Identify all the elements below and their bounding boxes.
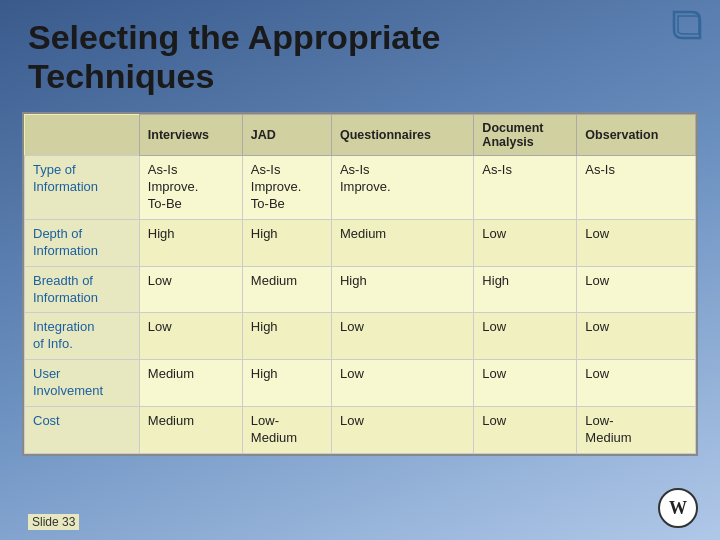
slide-number: Slide 33 bbox=[28, 514, 79, 530]
cell-breadth-jad: Medium bbox=[242, 266, 331, 313]
cell-integration-questionnaires: Low bbox=[331, 313, 473, 360]
logo-circle: W bbox=[658, 488, 698, 528]
title-line2: Techniques bbox=[28, 57, 214, 95]
cell-user-interviews: Medium bbox=[139, 360, 242, 407]
cell-user-jad: High bbox=[242, 360, 331, 407]
cell-breadth-interviews: Low bbox=[139, 266, 242, 313]
comparison-table-wrapper: Interviews JAD Questionnaires DocumentAn… bbox=[22, 112, 698, 456]
corner-ornament bbox=[672, 10, 702, 40]
col-header-document-analysis: DocumentAnalysis bbox=[474, 115, 577, 156]
col-header-empty bbox=[25, 115, 140, 156]
cell-breadth-questionnaires: High bbox=[331, 266, 473, 313]
cell-cost-interviews: Medium bbox=[139, 406, 242, 453]
table-row: Type ofInformation As-IsImprove.To-Be As… bbox=[25, 156, 696, 220]
cell-cost-document: Low bbox=[474, 406, 577, 453]
cell-depth-jad: High bbox=[242, 219, 331, 266]
cell-integration-observation: Low bbox=[577, 313, 696, 360]
cell-type-questionnaires: As-IsImprove. bbox=[331, 156, 473, 220]
table-row: Cost Medium Low-Medium Low Low Low-Mediu… bbox=[25, 406, 696, 453]
slide-container: Selecting the Appropriate Techniques Int… bbox=[0, 0, 720, 540]
col-header-questionnaires: Questionnaires bbox=[331, 115, 473, 156]
cell-type-document: As-Is bbox=[474, 156, 577, 220]
cell-cost-jad: Low-Medium bbox=[242, 406, 331, 453]
cell-breadth-observation: Low bbox=[577, 266, 696, 313]
title-line1: Selecting the Appropriate bbox=[28, 18, 440, 56]
cell-depth-questionnaires: Medium bbox=[331, 219, 473, 266]
table-row: Breadth ofInformation Low Medium High Hi… bbox=[25, 266, 696, 313]
cell-cost-observation: Low-Medium bbox=[577, 406, 696, 453]
table-row: UserInvolvement Medium High Low Low Low bbox=[25, 360, 696, 407]
row-label-depth: Depth ofInformation bbox=[25, 219, 140, 266]
col-header-interviews: Interviews bbox=[139, 115, 242, 156]
cell-depth-observation: Low bbox=[577, 219, 696, 266]
cell-breadth-document: High bbox=[474, 266, 577, 313]
row-label-user: UserInvolvement bbox=[25, 360, 140, 407]
row-label-cost: Cost bbox=[25, 406, 140, 453]
title-area: Selecting the Appropriate Techniques bbox=[0, 0, 720, 106]
table-header-row: Interviews JAD Questionnaires DocumentAn… bbox=[25, 115, 696, 156]
row-label-type: Type ofInformation bbox=[25, 156, 140, 220]
cell-depth-document: Low bbox=[474, 219, 577, 266]
cell-type-jad: As-IsImprove.To-Be bbox=[242, 156, 331, 220]
table-row: Integrationof Info. Low High Low Low Low bbox=[25, 313, 696, 360]
cell-cost-questionnaires: Low bbox=[331, 406, 473, 453]
cell-depth-interviews: High bbox=[139, 219, 242, 266]
cell-type-interviews: As-IsImprove.To-Be bbox=[139, 156, 242, 220]
col-header-jad: JAD bbox=[242, 115, 331, 156]
table-row: Depth ofInformation High High Medium Low… bbox=[25, 219, 696, 266]
wiley-logo: W bbox=[658, 488, 702, 532]
cell-type-observation: As-Is bbox=[577, 156, 696, 220]
row-label-integration: Integrationof Info. bbox=[25, 313, 140, 360]
cell-user-questionnaires: Low bbox=[331, 360, 473, 407]
cell-integration-document: Low bbox=[474, 313, 577, 360]
cell-user-observation: Low bbox=[577, 360, 696, 407]
slide-title: Selecting the Appropriate Techniques bbox=[28, 18, 692, 96]
cell-user-document: Low bbox=[474, 360, 577, 407]
col-header-observation: Observation bbox=[577, 115, 696, 156]
logo-text: W bbox=[669, 498, 687, 519]
comparison-table: Interviews JAD Questionnaires DocumentAn… bbox=[24, 114, 696, 454]
cell-integration-interviews: Low bbox=[139, 313, 242, 360]
row-label-breadth: Breadth ofInformation bbox=[25, 266, 140, 313]
cell-integration-jad: High bbox=[242, 313, 331, 360]
